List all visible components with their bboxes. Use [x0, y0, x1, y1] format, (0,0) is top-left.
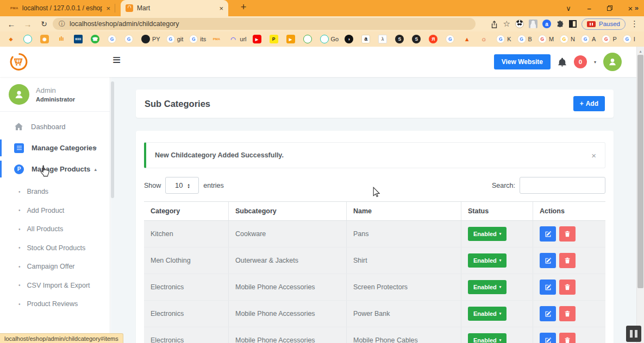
- bookmark-item[interactable]: G B: [517, 35, 532, 43]
- submenu-item[interactable]: • All Products: [0, 220, 110, 239]
- bookmark-item[interactable]: G its: [189, 35, 206, 43]
- sidebar-toggle-icon[interactable]: ≡: [112, 52, 121, 68]
- sidebar-item-manage-products[interactable]: P Manage Products ▴: [0, 158, 110, 180]
- share-icon[interactable]: [490, 20, 498, 28]
- delete-button[interactable]: [559, 253, 576, 268]
- column-header[interactable]: Subcategory: [228, 202, 346, 220]
- bookmark-item[interactable]: G I: [623, 35, 635, 43]
- bookmarks-overflow-icon[interactable]: »: [635, 0, 639, 15]
- bookmark-item[interactable]: G N: [560, 35, 575, 43]
- submenu-item[interactable]: • Product Reviews: [0, 295, 110, 314]
- edit-button[interactable]: [540, 253, 556, 268]
- notifications-bell-icon[interactable]: [558, 58, 567, 67]
- submenu-item[interactable]: • Campaign Offer: [0, 257, 110, 276]
- bookmark-item[interactable]: G M: [538, 35, 554, 43]
- page-scrollbar[interactable]: ▴: [636, 47, 644, 343]
- forward-icon[interactable]: →: [21, 16, 35, 31]
- status-dropdown-button[interactable]: Enabled ▾: [468, 253, 507, 268]
- bookmark-item[interactable]: ☼: [479, 35, 490, 43]
- bookmark-item[interactable]: G: [446, 35, 457, 43]
- site-info-icon[interactable]: ⓘ: [59, 20, 65, 29]
- paused-extension-badge[interactable]: Paused: [582, 18, 626, 30]
- bookmark-item[interactable]: λ: [378, 35, 389, 43]
- delete-button[interactable]: [559, 333, 576, 343]
- bookmark-item[interactable]: [23, 35, 34, 43]
- browser-menu-icon[interactable]: ⋮: [630, 19, 639, 29]
- status-dropdown-button[interactable]: Enabled ▾: [468, 227, 507, 241]
- media-pause-overlay-button[interactable]: [626, 326, 641, 342]
- a-extension-icon[interactable]: a: [542, 20, 551, 28]
- page-size-select[interactable]: 10 ▴▾: [165, 177, 199, 194]
- restore-window-icon[interactable]: [601, 0, 619, 16]
- bookmark-item[interactable]: P: [270, 35, 280, 43]
- panda-extension-icon[interactable]: [515, 20, 524, 28]
- notification-count-badge[interactable]: 0: [574, 55, 587, 68]
- page-scrollbar-thumb[interactable]: [637, 55, 643, 288]
- tab-close-icon[interactable]: ×: [106, 4, 110, 12]
- bookmark-item[interactable]: ◉: [40, 35, 51, 43]
- sidebar-scrollbar-thumb[interactable]: [111, 81, 114, 198]
- add-button[interactable]: + Add: [573, 96, 605, 111]
- column-header[interactable]: Actions: [533, 202, 605, 220]
- bookmark-item[interactable]: G: [124, 35, 135, 43]
- status-dropdown-button[interactable]: Enabled ▾: [468, 307, 507, 321]
- bookmark-item[interactable]: ◠ url: [229, 35, 246, 43]
- user-avatar[interactable]: [603, 53, 622, 71]
- alert-close-icon[interactable]: ×: [591, 151, 596, 160]
- extensions-puzzle-icon[interactable]: [556, 20, 564, 28]
- bookmark-item[interactable]: a: [361, 35, 372, 43]
- bookmark-item[interactable]: G git: [166, 35, 184, 43]
- bookmark-item[interactable]: [303, 35, 314, 43]
- tab-phpmyadmin[interactable]: PMA localhost / 127.0.0.1 / eshop | ph ×: [5, 0, 115, 16]
- bookmark-item[interactable]: S: [395, 35, 406, 43]
- delete-button[interactable]: [559, 280, 576, 295]
- bookmark-item[interactable]: Я: [429, 35, 440, 43]
- new-tab-button[interactable]: +: [237, 2, 250, 13]
- bookmark-item[interactable]: G P: [602, 35, 616, 43]
- tab-mart-active[interactable]: Mart ×: [121, 0, 228, 16]
- bookmark-item[interactable]: ▶: [253, 35, 264, 43]
- tab-search-icon[interactable]: ∨: [559, 0, 578, 16]
- chevron-down-icon[interactable]: ▾: [594, 60, 596, 65]
- edit-button[interactable]: [540, 280, 556, 295]
- person-extension-icon[interactable]: [529, 20, 537, 28]
- bookmark-item[interactable]: S: [412, 35, 423, 43]
- delete-button[interactable]: [559, 226, 576, 242]
- edit-button[interactable]: [540, 333, 556, 343]
- reload-icon[interactable]: ↻: [37, 16, 51, 31]
- scroll-up-icon[interactable]: ▴: [637, 47, 644, 54]
- bookmark-item[interactable]: ◆: [7, 35, 17, 43]
- bookmark-item[interactable]: G K: [496, 35, 511, 43]
- edit-button[interactable]: [540, 306, 556, 321]
- bookmark-item[interactable]: Go: [320, 35, 339, 43]
- sidebar-item-manage-categories[interactable]: Manage Categories ▾: [0, 137, 110, 158]
- submenu-item[interactable]: • Stock Out Products: [0, 239, 110, 258]
- bookmark-item[interactable]: ☎: [91, 35, 102, 43]
- status-dropdown-button[interactable]: Enabled ▾: [468, 333, 507, 343]
- submenu-item[interactable]: • Add Product: [0, 201, 110, 220]
- submenu-item[interactable]: • Brands: [0, 182, 110, 201]
- split-screen-extension-icon[interactable]: [569, 20, 577, 28]
- bookmark-item[interactable]: ılı: [57, 35, 68, 43]
- column-header[interactable]: Category: [144, 202, 228, 220]
- submenu-item[interactable]: • CSV Import & Export: [0, 276, 110, 295]
- bookmark-item[interactable]: ▶: [286, 35, 297, 43]
- minimize-window-icon[interactable]: –: [580, 0, 598, 16]
- bookmark-item[interactable]: ▲: [462, 35, 473, 43]
- bookmark-star-icon[interactable]: ☆: [503, 19, 510, 29]
- search-input[interactable]: [520, 177, 605, 194]
- view-website-button[interactable]: View Website: [494, 54, 551, 69]
- sidebar-item-dashboard[interactable]: Dashboard: [0, 116, 110, 137]
- delete-button[interactable]: [559, 306, 576, 321]
- tab-close-icon[interactable]: ×: [219, 4, 223, 12]
- bookmark-item[interactable]: PY: [141, 35, 160, 43]
- bookmark-item[interactable]: IEEE: [74, 35, 85, 43]
- bookmark-item[interactable]: ◗: [345, 35, 355, 43]
- column-header[interactable]: Name: [346, 202, 461, 220]
- bookmark-item[interactable]: G: [108, 35, 118, 43]
- bookmark-item[interactable]: G A: [581, 35, 596, 43]
- column-header[interactable]: Status: [461, 202, 533, 220]
- shop-logo[interactable]: [9, 52, 28, 72]
- status-dropdown-button[interactable]: Enabled ▾: [468, 280, 507, 294]
- edit-button[interactable]: [540, 226, 556, 242]
